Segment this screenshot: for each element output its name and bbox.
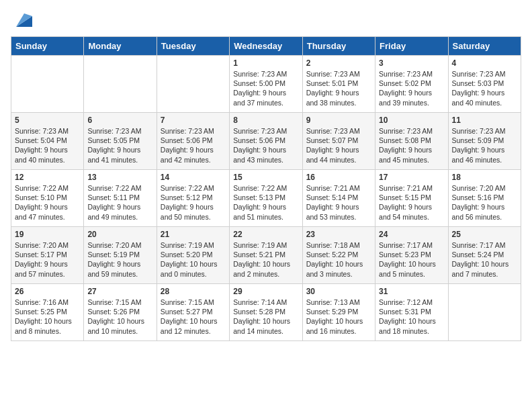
calendar-cell: 18Sunrise: 7:20 AMSunset: 5:16 PMDayligh… [448, 170, 521, 227]
day-info: Sunrise: 7:23 AM [306, 126, 371, 136]
day-info: Sunset: 5:00 PM [233, 79, 298, 88]
day-info: Sunset: 5:21 PM [233, 250, 298, 259]
day-info: Daylight: 9 hours and 49 minutes. [87, 202, 152, 221]
calendar-cell [11, 56, 84, 113]
day-info: Daylight: 9 hours and 44 minutes. [306, 145, 371, 164]
calendar-cell: 5Sunrise: 7:23 AMSunset: 5:04 PMDaylight… [11, 113, 84, 170]
day-info: Daylight: 9 hours and 47 minutes. [15, 202, 80, 221]
day-number: 25 [452, 230, 517, 239]
day-info: Sunset: 5:10 PM [15, 193, 80, 202]
calendar-cell: 14Sunrise: 7:22 AMSunset: 5:12 PMDayligh… [157, 170, 229, 227]
day-info: Sunrise: 7:22 AM [161, 183, 226, 193]
day-info: Sunset: 5:03 PM [452, 79, 517, 88]
day-number: 12 [15, 173, 80, 182]
day-info: Sunrise: 7:23 AM [233, 69, 298, 79]
day-info: Sunset: 5:24 PM [452, 250, 517, 259]
day-number: 2 [306, 58, 371, 68]
calendar-cell: 1Sunrise: 7:23 AMSunset: 5:00 PMDaylight… [230, 56, 302, 113]
logo-icon [11, 11, 32, 30]
day-info: Sunset: 5:19 PM [87, 250, 152, 259]
day-info: Daylight: 9 hours and 51 minutes. [233, 202, 298, 221]
calendar-cell: 8Sunrise: 7:23 AMSunset: 5:06 PMDaylight… [230, 113, 302, 170]
calendar-week-4: 19Sunrise: 7:20 AMSunset: 5:17 PMDayligh… [11, 227, 521, 284]
day-number: 26 [15, 287, 80, 296]
day-info: Sunrise: 7:22 AM [233, 183, 298, 193]
calendar-cell: 30Sunrise: 7:13 AMSunset: 5:29 PMDayligh… [302, 284, 375, 341]
day-info: Sunset: 5:15 PM [379, 193, 444, 202]
day-number: 5 [15, 116, 80, 125]
day-info: Sunrise: 7:17 AM [452, 240, 517, 250]
calendar-cell: 27Sunrise: 7:15 AMSunset: 5:26 PMDayligh… [84, 284, 157, 341]
day-info: Sunrise: 7:23 AM [379, 126, 444, 136]
day-info: Sunset: 5:08 PM [379, 136, 444, 145]
calendar-cell [84, 56, 157, 113]
day-info: Daylight: 9 hours and 46 minutes. [452, 145, 517, 164]
day-info: Sunrise: 7:23 AM [15, 126, 80, 136]
day-number: 20 [87, 230, 152, 239]
day-info: Daylight: 9 hours and 50 minutes. [161, 202, 226, 221]
day-number: 22 [233, 230, 298, 239]
day-info: Sunset: 5:26 PM [87, 307, 152, 316]
day-number: 23 [306, 230, 371, 239]
calendar-cell [448, 284, 521, 341]
day-info: Sunrise: 7:17 AM [379, 240, 444, 250]
day-info: Sunrise: 7:20 AM [452, 183, 517, 193]
calendar-week-3: 12Sunrise: 7:22 AMSunset: 5:10 PMDayligh… [11, 170, 521, 227]
day-info: Sunrise: 7:23 AM [306, 69, 371, 79]
day-info: Daylight: 10 hours and 7 minutes. [452, 259, 517, 278]
day-number: 11 [452, 116, 517, 125]
calendar-cell: 13Sunrise: 7:22 AMSunset: 5:11 PMDayligh… [84, 170, 157, 227]
day-info: Sunrise: 7:23 AM [87, 126, 152, 136]
day-info: Daylight: 10 hours and 14 minutes. [233, 316, 298, 335]
day-number: 3 [379, 58, 444, 68]
calendar-cell: 7Sunrise: 7:23 AMSunset: 5:06 PMDaylight… [157, 113, 229, 170]
day-info: Sunset: 5:16 PM [452, 193, 517, 202]
day-info: Sunrise: 7:15 AM [87, 298, 152, 307]
day-info: Daylight: 9 hours and 42 minutes. [161, 145, 226, 164]
day-info: Sunset: 5:27 PM [161, 307, 226, 316]
header-day-monday: Monday [84, 37, 157, 56]
day-info: Sunrise: 7:13 AM [306, 298, 371, 307]
calendar-cell: 31Sunrise: 7:12 AMSunset: 5:31 PMDayligh… [375, 284, 448, 341]
day-info: Daylight: 9 hours and 59 minutes. [87, 259, 152, 278]
day-info: Daylight: 9 hours and 56 minutes. [452, 202, 517, 221]
calendar-cell: 2Sunrise: 7:23 AMSunset: 5:01 PMDaylight… [302, 56, 375, 113]
day-info: Daylight: 9 hours and 57 minutes. [15, 259, 80, 278]
day-info: Daylight: 9 hours and 38 minutes. [306, 88, 371, 107]
day-info: Sunset: 5:29 PM [306, 307, 371, 316]
header-day-tuesday: Tuesday [157, 37, 229, 56]
day-info: Sunrise: 7:19 AM [233, 240, 298, 250]
day-number: 6 [87, 116, 152, 125]
calendar-cell: 29Sunrise: 7:14 AMSunset: 5:28 PMDayligh… [230, 284, 302, 341]
calendar-cell: 4Sunrise: 7:23 AMSunset: 5:03 PMDaylight… [448, 56, 521, 113]
day-number: 10 [379, 116, 444, 125]
day-number: 1 [233, 58, 298, 68]
day-info: Sunset: 5:09 PM [452, 136, 517, 145]
day-info: Sunset: 5:05 PM [87, 136, 152, 145]
calendar-cell: 17Sunrise: 7:21 AMSunset: 5:15 PMDayligh… [375, 170, 448, 227]
day-info: Sunrise: 7:23 AM [452, 126, 517, 136]
calendar-week-5: 26Sunrise: 7:16 AMSunset: 5:25 PMDayligh… [11, 284, 521, 341]
day-info: Daylight: 9 hours and 41 minutes. [87, 145, 152, 164]
calendar-header-row: SundayMondayTuesdayWednesdayThursdayFrid… [11, 37, 521, 56]
day-info: Sunset: 5:01 PM [306, 79, 371, 88]
day-number: 18 [452, 173, 517, 182]
calendar-cell: 19Sunrise: 7:20 AMSunset: 5:17 PMDayligh… [11, 227, 84, 284]
day-info: Sunset: 5:14 PM [306, 193, 371, 202]
day-info: Sunset: 5:06 PM [233, 136, 298, 145]
day-number: 19 [15, 230, 80, 239]
day-number: 17 [379, 173, 444, 182]
day-info: Sunrise: 7:23 AM [233, 126, 298, 136]
calendar-cell: 12Sunrise: 7:22 AMSunset: 5:10 PMDayligh… [11, 170, 84, 227]
day-number: 28 [161, 287, 226, 296]
day-info: Daylight: 10 hours and 10 minutes. [87, 316, 152, 335]
day-info: Sunset: 5:25 PM [15, 307, 80, 316]
day-info: Sunrise: 7:23 AM [161, 126, 226, 136]
day-info: Daylight: 9 hours and 40 minutes. [15, 145, 80, 164]
day-info: Sunset: 5:23 PM [379, 250, 444, 259]
day-info: Daylight: 10 hours and 5 minutes. [379, 259, 444, 278]
calendar-cell: 9Sunrise: 7:23 AMSunset: 5:07 PMDaylight… [302, 113, 375, 170]
calendar-cell: 25Sunrise: 7:17 AMSunset: 5:24 PMDayligh… [448, 227, 521, 284]
day-number: 16 [306, 173, 371, 182]
day-number: 15 [233, 173, 298, 182]
